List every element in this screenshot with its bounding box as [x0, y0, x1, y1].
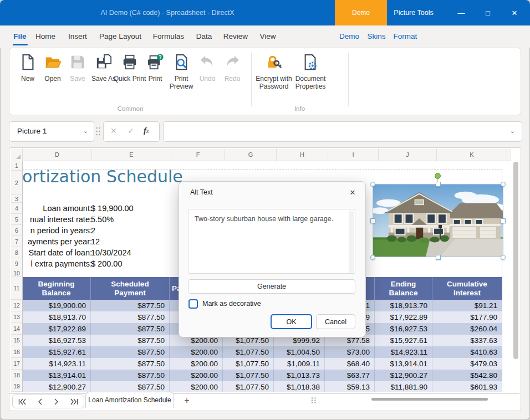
last-sheet-icon[interactable] — [70, 398, 78, 405]
tab-bar-drag-handle-icon[interactable] — [310, 397, 317, 403]
row-header[interactable]: 16 — [11, 346, 22, 358]
cell[interactable]: $337.63 — [432, 335, 502, 346]
cell[interactable]: $877.50 — [91, 346, 170, 358]
column-header-k[interactable]: K — [437, 148, 507, 161]
row-header[interactable]: 19 — [11, 381, 22, 392]
column-header-j[interactable]: J — [379, 148, 437, 161]
row-header[interactable]: 4 — [11, 203, 22, 214]
column-header-h[interactable]: H — [277, 148, 328, 161]
cell[interactable]: $1,004.50 — [274, 346, 325, 358]
enter-icon[interactable]: ✓ — [128, 126, 134, 135]
drag-handle-icon[interactable] — [95, 126, 101, 136]
column-header-i[interactable]: I — [328, 148, 379, 161]
select-all-corner[interactable] — [11, 148, 23, 161]
demo-tab-badge[interactable]: Demo — [335, 0, 387, 25]
row-header[interactable]: 17 — [11, 358, 22, 370]
ok-button[interactable]: OK — [271, 314, 312, 329]
picture-tools-tab[interactable]: Picture Tools — [388, 0, 439, 25]
cell[interactable]: $1,077.50 — [223, 381, 274, 392]
row-header[interactable]: 15 — [11, 335, 22, 346]
chevron-down-icon[interactable]: ⌄ — [83, 127, 88, 135]
insert-function-icon[interactable]: fx — [144, 125, 149, 135]
row-header[interactable]: 14 — [11, 323, 22, 335]
tab-page-layout[interactable]: Page Layout — [98, 29, 143, 44]
document-properties-button[interactable]: Document Properties — [291, 52, 330, 103]
cell[interactable]: $14,923.11 — [375, 346, 432, 358]
cell[interactable]: $877.50 — [91, 323, 170, 335]
sheet-tab-loan-amortization[interactable]: Loan Amortization Schedule — [85, 392, 174, 408]
horizontal-scrollbar[interactable] — [371, 398, 488, 401]
loan-value[interactable]: 10/30/2024 — [91, 247, 131, 258]
cell[interactable]: $877.50 — [91, 335, 170, 346]
tab-file[interactable]: File — [11, 29, 29, 44]
cell[interactable]: $877.50 — [91, 358, 170, 370]
resize-handle-e[interactable] — [501, 218, 506, 223]
row-header[interactable]: 5 — [11, 214, 22, 225]
tab-demo[interactable]: Demo — [338, 29, 360, 44]
cell[interactable]: $18,913.70 — [375, 300, 432, 311]
resize-handle-n[interactable] — [436, 182, 441, 187]
cell[interactable]: $877.50 — [91, 370, 170, 381]
cell[interactable]: $200.00 — [170, 370, 223, 381]
row-header[interactable]: 11 — [11, 277, 22, 300]
cell[interactable]: $1,077.50 — [223, 346, 274, 358]
row-header[interactable]: 12 — [11, 300, 22, 311]
mark-decorative-checkbox[interactable] — [188, 299, 198, 309]
formula-bar-input[interactable]: ⌄ — [163, 121, 522, 142]
cell[interactable]: $12,900.27 — [375, 370, 432, 381]
next-sheet-icon[interactable] — [54, 398, 59, 405]
table-header-cell[interactable]: Cumulative Interest — [432, 277, 502, 300]
column-header-e[interactable]: E — [92, 148, 171, 161]
cell[interactable]: $1,077.50 — [223, 358, 274, 370]
previous-sheet-icon[interactable] — [38, 398, 43, 405]
loan-label[interactable]: nual interest rate: — [22, 214, 92, 225]
tab-formulas[interactable]: Formulas — [151, 29, 186, 44]
dialog-close-icon[interactable]: ✕ — [345, 186, 360, 198]
tab-skins[interactable]: Skins — [365, 29, 388, 44]
loan-label[interactable]: Loan amount: — [22, 203, 92, 214]
cancel-icon[interactable]: ✕ — [110, 126, 117, 135]
cell[interactable]: $15,927.61 — [375, 335, 432, 346]
vertical-scrollbar[interactable] — [513, 162, 518, 359]
loan-label[interactable]: n period in years: — [22, 225, 92, 236]
row-header[interactable]: 7 — [11, 236, 22, 247]
cell[interactable]: $19,900.00 — [22, 300, 91, 311]
cell[interactable]: $17,922.89 — [22, 323, 91, 335]
tab-review[interactable]: Review — [222, 29, 249, 44]
row-header[interactable]: 2 — [11, 171, 22, 195]
encrypt-with-password-button[interactable]: Encrypt with Password — [254, 52, 293, 103]
column-header-g[interactable]: G — [225, 148, 277, 161]
cell[interactable]: $73.00 — [325, 346, 375, 358]
column-header-f[interactable]: F — [171, 148, 225, 161]
loan-value[interactable]: 5.50% — [91, 214, 114, 225]
resize-handle-ne[interactable] — [501, 182, 506, 187]
row-header[interactable]: 13 — [11, 311, 22, 323]
cell[interactable]: $12,900.27 — [22, 381, 91, 392]
column-header-d[interactable]: D — [23, 148, 92, 161]
resize-handle-w[interactable] — [370, 218, 375, 223]
row-header[interactable]: 3 — [11, 195, 22, 203]
tab-view[interactable]: View — [256, 29, 279, 44]
cell[interactable]: $63.77 — [325, 370, 375, 381]
textarea-scrollbar[interactable] — [349, 211, 354, 273]
loan-label[interactable]: Start date of loan: — [22, 247, 92, 258]
add-sheet-button[interactable]: + — [181, 394, 193, 407]
alt-text-textarea[interactable]: Two-story suburban house with large gara… — [188, 209, 355, 274]
loan-value[interactable]: 12 — [91, 236, 100, 247]
cell[interactable]: $1,077.50 — [223, 370, 274, 381]
cell[interactable]: $13,914.01 — [375, 358, 432, 370]
cell[interactable]: $877.50 — [91, 300, 170, 311]
generate-button[interactable]: Generate — [188, 279, 355, 294]
cell[interactable]: $11,881.90 — [375, 381, 432, 392]
maximize-button[interactable]: □ — [476, 0, 500, 25]
rotate-handle[interactable] — [435, 173, 441, 179]
cell[interactable]: $200.00 — [170, 358, 223, 370]
cell[interactable]: $1,013.73 — [274, 370, 325, 381]
loan-label[interactable]: ayments per year: — [22, 236, 92, 247]
minimize-button[interactable]: — — [449, 0, 473, 25]
resize-handle-s[interactable] — [436, 255, 441, 260]
table-header-cell[interactable]: Ending Balance — [375, 277, 432, 300]
cell[interactable]: $59.13 — [325, 381, 375, 392]
cell[interactable]: $200.00 — [170, 381, 223, 392]
cell[interactable]: $16,927.53 — [375, 323, 432, 335]
